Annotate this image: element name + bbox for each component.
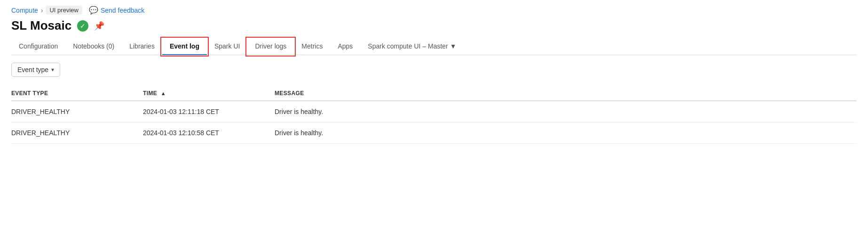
event-log-table: EVENT TYPE TIME ▲ MESSAGE DRIVER_HEALTHY… [11, 86, 857, 144]
feedback-label: Send feedback [101, 7, 144, 14]
pin-icon[interactable]: 📌 [94, 21, 104, 31]
col-message-label: MESSAGE [275, 90, 304, 97]
col-header-message[interactable]: MESSAGE [275, 86, 857, 101]
tab-spark-compute-ui[interactable]: Spark compute UI – Master ▼ [360, 39, 464, 55]
tab-driver-logs[interactable]: Driver logs [247, 39, 294, 55]
col-time-label: TIME [143, 90, 157, 97]
tab-event-log[interactable]: Event log [162, 39, 207, 55]
breadcrumb-current: UI preview [46, 6, 82, 15]
tab-libraries[interactable]: Libraries [122, 39, 162, 55]
cell-message: Driver is healthy. [275, 122, 857, 144]
feedback-icon: 💬 [89, 6, 98, 15]
chevron-down-icon: ▾ [51, 66, 54, 73]
status-healthy-icon: ✓ [77, 20, 88, 32]
tab-metrics[interactable]: Metrics [294, 39, 330, 55]
event-type-dropdown[interactable]: Event type ▾ [11, 63, 60, 77]
cell-time: 2024-01-03 12:11:18 CET [143, 101, 275, 122]
table-header: EVENT TYPE TIME ▲ MESSAGE [11, 86, 857, 101]
event-type-label: Event type [17, 66, 48, 73]
sort-asc-icon: ▲ [161, 90, 166, 96]
cell-event-type: DRIVER_HEALTHY [11, 122, 143, 144]
breadcrumb-separator: › [41, 7, 43, 14]
tab-apps[interactable]: Apps [330, 39, 360, 55]
page-title-row: SL Mosaic ✓ 📌 [11, 18, 857, 33]
spark-compute-dropdown-icon: ▼ [450, 42, 457, 50]
page-title: SL Mosaic [11, 18, 71, 33]
table-body: DRIVER_HEALTHY 2024-01-03 12:11:18 CET D… [11, 101, 857, 144]
table-row: DRIVER_HEALTHY 2024-01-03 12:10:58 CET D… [11, 122, 857, 144]
page-container: Compute › UI preview 💬 Send feedback SL … [0, 0, 868, 155]
table-row: DRIVER_HEALTHY 2024-01-03 12:11:18 CET D… [11, 101, 857, 122]
col-header-event-type[interactable]: EVENT TYPE [11, 86, 143, 101]
tab-spark-ui[interactable]: Spark UI [207, 39, 247, 55]
cell-time: 2024-01-03 12:10:58 CET [143, 122, 275, 144]
cell-message: Driver is healthy. [275, 101, 857, 122]
tab-configuration[interactable]: Configuration [11, 39, 65, 55]
breadcrumb: Compute › UI preview 💬 Send feedback [11, 6, 857, 15]
send-feedback-link[interactable]: 💬 Send feedback [89, 6, 144, 15]
breadcrumb-compute-link[interactable]: Compute [11, 7, 38, 14]
cell-event-type: DRIVER_HEALTHY [11, 101, 143, 122]
tab-spark-compute-ui-label: Spark compute UI – Master [368, 42, 448, 50]
filter-row: Event type ▾ [11, 63, 857, 77]
col-event-type-label: EVENT TYPE [11, 90, 48, 97]
tabs-nav: Configuration Notebooks (0) Libraries Ev… [11, 39, 857, 55]
status-badge: ✓ [77, 20, 88, 32]
col-header-time[interactable]: TIME ▲ [143, 86, 275, 101]
tab-notebooks[interactable]: Notebooks (0) [65, 39, 122, 55]
